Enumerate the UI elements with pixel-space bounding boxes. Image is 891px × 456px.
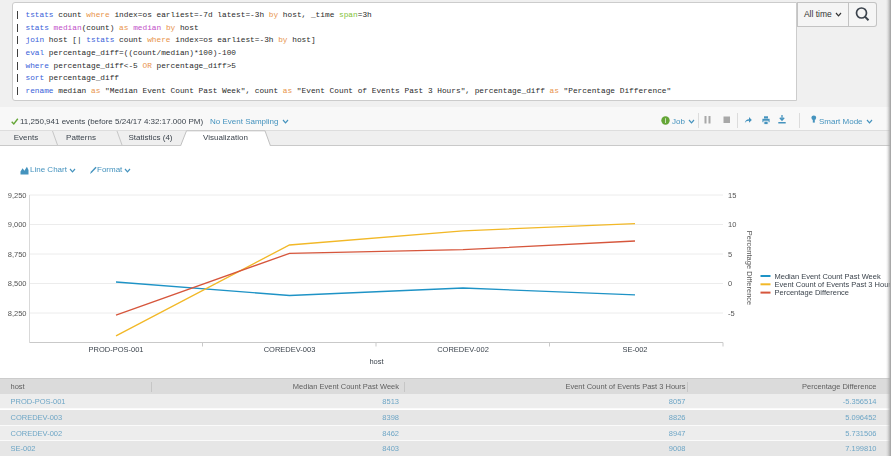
- svg-text:8,500: 8,500: [8, 279, 27, 288]
- svg-text:Percentage Difference: Percentage Difference: [745, 231, 754, 306]
- svg-text:0: 0: [728, 279, 732, 288]
- svg-text:8,750: 8,750: [8, 250, 27, 259]
- svg-text:15: 15: [728, 191, 736, 200]
- svg-text:Percentage Difference: Percentage Difference: [775, 288, 850, 297]
- svg-text:9,250: 9,250: [8, 191, 27, 200]
- svg-text:host: host: [369, 357, 384, 366]
- svg-text:-5: -5: [728, 309, 735, 318]
- svg-text:8,250: 8,250: [8, 309, 27, 318]
- svg-text:COREDEV-003: COREDEV-003: [264, 345, 316, 354]
- svg-text:SE-002: SE-002: [622, 345, 647, 354]
- svg-text:COREDEV-002: COREDEV-002: [437, 345, 489, 354]
- svg-text:PROD-POS-001: PROD-POS-001: [88, 345, 143, 354]
- svg-text:5: 5: [728, 250, 732, 259]
- svg-text:9,000: 9,000: [8, 220, 27, 229]
- svg-text:10: 10: [728, 220, 736, 229]
